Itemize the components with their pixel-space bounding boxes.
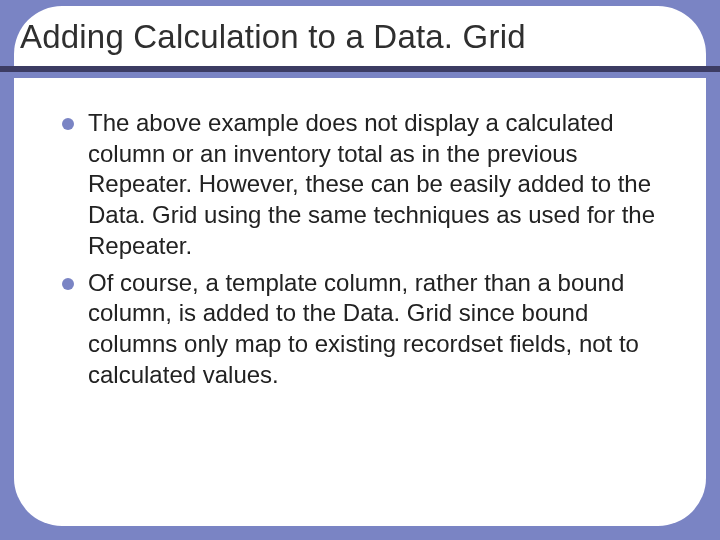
list-item: Of course, a template column, rather tha…: [62, 268, 664, 391]
list-item: The above example does not display a cal…: [62, 108, 664, 262]
slide-body: The above example does not display a cal…: [62, 108, 664, 396]
title-rule-light: [0, 72, 720, 78]
bullet-text: The above example does not display a cal…: [88, 108, 664, 262]
bullet-text: Of course, a template column, rather tha…: [88, 268, 664, 391]
bullet-icon: [62, 118, 74, 130]
slide-title: Adding Calculation to a Data. Grid: [20, 18, 526, 56]
slide-card: Adding Calculation to a Data. Grid The a…: [14, 6, 706, 526]
bullet-icon: [62, 278, 74, 290]
